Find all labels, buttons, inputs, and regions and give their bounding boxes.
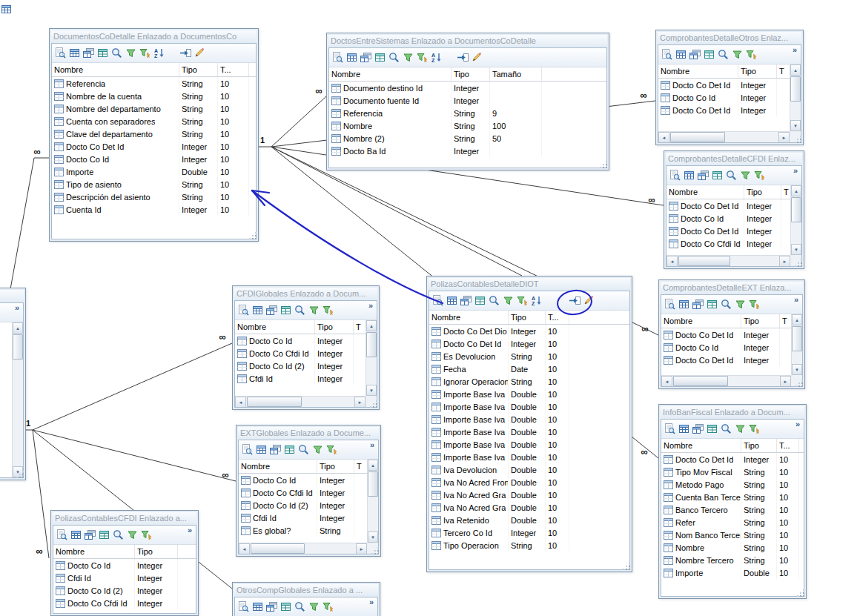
table-row[interactable]: Iva No Acred FronDouble10 bbox=[429, 476, 629, 489]
window-titlebar[interactable]: ComprobantesDetalleOtros Enlaz... bbox=[658, 32, 801, 44]
table-row[interactable]: Es DevolucionString10 bbox=[429, 350, 629, 362]
filter-adv-icon[interactable] bbox=[748, 423, 761, 435]
window-titlebar[interactable]: OtrosCompGlobales Enlazado a ... bbox=[234, 584, 378, 597]
column-header[interactable]: Nombre bbox=[329, 67, 452, 81]
table-row[interactable]: Docto Co Det IdInteger bbox=[658, 104, 801, 116]
vertical-scrollbar[interactable]: ▲▼ bbox=[791, 314, 802, 375]
window-titlebar[interactable]: PolizasContablesDetalleDIOT bbox=[429, 278, 630, 291]
scroll-thumb[interactable] bbox=[670, 132, 725, 142]
column-header[interactable]: Nombre bbox=[52, 63, 179, 76]
resize-grip[interactable] bbox=[794, 136, 802, 144]
edit-icon[interactable] bbox=[470, 51, 483, 64]
filter-icon[interactable] bbox=[308, 600, 320, 613]
table-row[interactable]: ReferenciaString10 bbox=[52, 77, 256, 90]
resize-grip[interactable] bbox=[370, 400, 378, 408]
filter-adv-icon[interactable] bbox=[516, 294, 529, 307]
column-header[interactable]: Tipo bbox=[744, 185, 781, 199]
column-header[interactable]: Tamaño bbox=[490, 67, 542, 81]
grid-icon[interactable] bbox=[678, 298, 690, 311]
table-row[interactable]: Docto Co Cfdi IdInteger bbox=[53, 597, 196, 609]
table-row[interactable]: Docto Co IdInteger bbox=[53, 559, 196, 572]
scroll-thumb[interactable] bbox=[790, 76, 801, 102]
preview-icon[interactable] bbox=[54, 47, 67, 59]
resize-grip[interactable] bbox=[600, 161, 608, 169]
scroll-right-button[interactable]: ► bbox=[780, 376, 791, 386]
table-row[interactable]: Docto Co IdInteger bbox=[666, 212, 801, 225]
table-row[interactable]: Docto Co IdInteger10 bbox=[52, 153, 256, 165]
scroll-up-button[interactable]: ▲ bbox=[791, 185, 801, 196]
grid-alt-icon[interactable] bbox=[280, 600, 292, 613]
table-row[interactable]: Nombre de la cuentaString10 bbox=[52, 90, 256, 102]
preview-icon[interactable] bbox=[664, 423, 676, 435]
toolbar-overflow-chevron[interactable]: » bbox=[791, 45, 798, 54]
table-row[interactable]: Iva No Acred GraDouble10 bbox=[429, 489, 629, 501]
table-row[interactable]: Iva DevolucionDouble10 bbox=[429, 463, 629, 476]
scroll-thumb[interactable] bbox=[247, 397, 302, 407]
preview-icon[interactable] bbox=[331, 51, 344, 64]
table-window-comprobantes-detalle-cfdi[interactable]: ComprobantesDetalleCFDI Enlaz...»NombreT… bbox=[664, 150, 804, 269]
window-titlebar[interactable]: CFDIGlobales Enlazado a Docum... bbox=[234, 288, 377, 300]
table-row[interactable]: Importe Base IvaDouble10 bbox=[429, 425, 629, 438]
filter-adv-icon[interactable] bbox=[140, 529, 153, 541]
table-row[interactable]: Docto Co Cfdi IdInteger bbox=[239, 486, 378, 499]
grid-multi-icon[interactable] bbox=[689, 48, 701, 61]
table-window-documentos-co-detalle[interactable]: DocumentosCoDetalle Enlazado a Documento… bbox=[49, 28, 259, 242]
resize-grip[interactable] bbox=[795, 259, 803, 268]
preview-icon[interactable] bbox=[664, 298, 676, 311]
table-window-comprobantes-detalle-otros[interactable]: ComprobantesDetalleOtros Enlaz...»Nombre… bbox=[655, 30, 804, 145]
window-titlebar[interactable]: PolizasContablesCFDI Enlazado a... bbox=[53, 512, 196, 525]
preview-icon[interactable] bbox=[431, 294, 444, 307]
table-row[interactable]: Tercero Co IdInteger10 bbox=[429, 526, 629, 539]
zoom-icon[interactable] bbox=[294, 600, 306, 613]
scroll-down-button[interactable]: ▼ bbox=[791, 244, 801, 255]
preview-icon[interactable] bbox=[237, 600, 250, 613]
column-header[interactable]: Tipo bbox=[738, 64, 777, 78]
table-window-info-ban-fiscal[interactable]: InfoBanFiscal Enlazado a Docum...»Nombre… bbox=[658, 404, 807, 599]
scroll-down-button[interactable]: ▼ bbox=[790, 120, 801, 131]
resize-grip[interactable] bbox=[797, 589, 805, 597]
scroll-thumb[interactable] bbox=[673, 376, 728, 386]
scroll-thumb[interactable] bbox=[678, 256, 730, 266]
scroll-down-button[interactable]: ▼ bbox=[368, 531, 378, 543]
toolbar-overflow-chevron[interactable]: » bbox=[368, 440, 376, 449]
column-header[interactable]: T... bbox=[218, 63, 249, 76]
scroll-up-button[interactable]: ▲ bbox=[790, 64, 801, 76]
table-row[interactable]: ImporteDouble10 bbox=[52, 165, 256, 178]
scroll-left-button[interactable]: ◄ bbox=[235, 397, 246, 407]
column-header[interactable]: T... bbox=[777, 439, 799, 452]
table-row[interactable]: ImporteDouble10 bbox=[661, 566, 804, 579]
zoom-icon[interactable] bbox=[720, 298, 732, 311]
toolbar-overflow-chevron[interactable]: » bbox=[368, 597, 375, 606]
column-header[interactable]: Nombre bbox=[658, 64, 738, 78]
table-row[interactable]: Importe Base IvaDouble10 bbox=[429, 413, 629, 425]
column-header[interactable]: Nombre bbox=[235, 320, 315, 334]
scroll-thumb[interactable] bbox=[792, 326, 802, 351]
window-titlebar[interactable]: DoctosEntreSistemas Enlazado a Documento… bbox=[328, 35, 607, 47]
grid-multi-icon[interactable] bbox=[265, 304, 278, 317]
table-row[interactable]: Cuenta con separadoresString10 bbox=[52, 115, 256, 127]
resize-grip[interactable] bbox=[796, 380, 804, 388]
table-row[interactable]: FechaDate10 bbox=[429, 362, 629, 375]
window-titlebar[interactable]: InfoBanFiscal Enlazado a Docum... bbox=[661, 406, 804, 419]
table-row[interactable]: Iva No Acred GraDouble10 bbox=[429, 501, 629, 514]
scroll-up-button[interactable]: ▲ bbox=[368, 460, 378, 471]
horizontal-scrollbar[interactable]: ◄► bbox=[235, 396, 366, 407]
window-titlebar[interactable]: EXTGlobales Enlazado a Docume... bbox=[238, 427, 379, 440]
table-row[interactable]: Cfdi IdInteger bbox=[53, 572, 196, 584]
filter-icon[interactable] bbox=[734, 298, 747, 311]
grid-multi-icon[interactable] bbox=[360, 51, 372, 64]
table-row[interactable]: Nombre TerceroString10 bbox=[661, 554, 804, 566]
filter-icon[interactable] bbox=[502, 294, 515, 307]
table-window-comprobantes-detalle-ext[interactable]: ComprobantesDetalleEXT Enlaza...»NombreT… bbox=[658, 279, 805, 389]
table-row[interactable]: Tipo OperacionString10 bbox=[429, 539, 629, 552]
scroll-down-button[interactable]: ▼ bbox=[792, 364, 802, 375]
column-header[interactable]: Nombre bbox=[429, 311, 509, 324]
table-row[interactable]: Importe Base IvaDouble10 bbox=[429, 388, 629, 400]
zoom-icon[interactable] bbox=[720, 423, 732, 435]
grid-alt-icon[interactable] bbox=[703, 48, 715, 61]
goto-icon[interactable] bbox=[568, 294, 580, 307]
table-row[interactable]: NombreString10 bbox=[661, 541, 804, 554]
zoom-icon[interactable] bbox=[110, 47, 123, 59]
sort-az-icon[interactable]: AZ bbox=[153, 47, 165, 59]
zoom-icon[interactable] bbox=[112, 529, 125, 541]
